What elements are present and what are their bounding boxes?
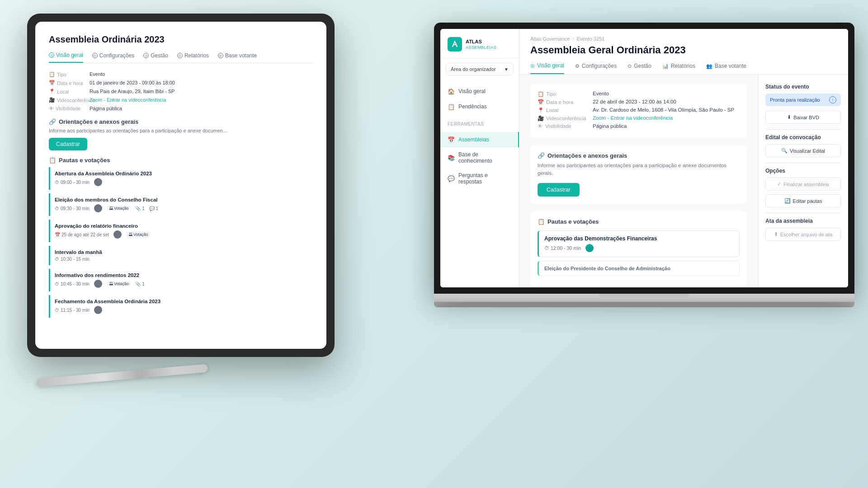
pauta-item-5: Fechamento da Assembleia Ordinária 2023 … xyxy=(49,295,313,318)
sidebar-item-base-conhecimento[interactable]: 📚 Base de conhecimento xyxy=(440,147,519,168)
pauta-1-links: 📎 1 xyxy=(135,206,144,211)
info-val-local: Av. Dr. Cardoso de Melo, 1608 - Vila Olí… xyxy=(593,107,740,113)
sidebar-item-perguntas[interactable]: 💬 Perguntas e respostas xyxy=(440,168,519,189)
tablet-tab-gestao[interactable]: ⊙ Gestão xyxy=(143,52,168,63)
tab-cfg-icon: ⚙ xyxy=(575,63,580,69)
sidebar-label-base: Base de conhecimento xyxy=(458,151,512,164)
pauta-3-title: Intervalo da manhã xyxy=(55,249,308,255)
editar-pautas-btn[interactable]: 🔄 Editar pautas xyxy=(765,194,841,207)
logo-text-block: ATLAS ASSEMBLEIAS xyxy=(466,39,497,49)
info-val-vis: Página pública xyxy=(593,123,740,129)
tablet-info-grid: 📋 Tipo Evento 📅 Data e hora 01 de janeir… xyxy=(49,71,313,111)
check-icon: ✓ xyxy=(777,181,781,187)
pauta-card-0: Aprovação das Demonstrações Financeiras … xyxy=(538,230,740,257)
tab-visao-geral[interactable]: ◎ Visão geral xyxy=(530,62,564,74)
tablet-tab-configuracoes[interactable]: ⊙ Configurações xyxy=(92,52,134,63)
refresh-icon: 🔄 xyxy=(784,198,791,204)
cadastrar-btn-tablet[interactable]: Cadastrar xyxy=(49,138,87,150)
status-badge: Pronta para realização i xyxy=(765,94,841,106)
opcoes-section-title: Opções xyxy=(765,168,841,174)
laptop-screen-wrapper: ATLAS ASSEMBLEIAS Área do organizador ▼ … xyxy=(434,23,854,294)
laptop: ATLAS ASSEMBLEIAS Área do organizador ▼ … xyxy=(434,23,854,348)
pauta-4-time: ⏱ 10:45 - 30 min xyxy=(55,282,90,286)
ferramentas-label: Ferramentas xyxy=(440,118,519,128)
gestao-icon: ⊙ xyxy=(143,53,149,58)
pauta-5-avatar xyxy=(94,306,102,314)
eye-key-icon: 👁 xyxy=(538,123,543,129)
tablet: Assembleia Ordinária 2023 ◎ Visão geral … xyxy=(27,14,344,366)
main-left: 📋 Tipo Evento 📅 Data e hora 22 xyxy=(519,75,758,287)
search-icon: 🔍 xyxy=(781,148,788,154)
pauta-2-votacao: 🗳 Votação xyxy=(126,232,151,237)
tablet-tab-visao-geral[interactable]: ◎ Visão geral xyxy=(49,52,83,63)
pendencias-icon: 📋 xyxy=(448,103,455,110)
escolher-ata-btn[interactable]: ⬆ Escolher arquivo de ata xyxy=(765,228,841,241)
pauta-4-links: 📎 1 xyxy=(135,282,144,286)
home-icon: 🏠 xyxy=(448,88,455,95)
pauta-1-meta: ⏱ 09:30 - 30 min 🗳 Votação 📎 1 💬 1 xyxy=(55,204,308,212)
logo-icon xyxy=(448,37,462,52)
tablet-frame: Assembleia Ordinária 2023 ◎ Visão geral … xyxy=(27,14,335,357)
info-val-video[interactable]: Zoom - Entrar na videoconferência xyxy=(593,115,740,122)
divider-3 xyxy=(765,213,841,213)
tablet-tab-base[interactable]: ⊙ Base votante xyxy=(218,52,257,63)
sidebar-label-pend: Pendências xyxy=(458,103,487,110)
cadastrar-btn[interactable]: Cadastrar xyxy=(538,183,580,197)
tab-gest-icon: ⊙ xyxy=(627,63,632,69)
pautas-section-icon: 📋 xyxy=(538,218,545,225)
pauta-card-0-time: ⏱ 12:00 - 30 min xyxy=(544,245,581,251)
stylus xyxy=(36,364,208,387)
info-key-data: 📅 Data e hora xyxy=(538,99,587,105)
tipo-icon: 📋 xyxy=(49,71,55,77)
tab-rel-icon: 📊 xyxy=(662,63,669,69)
info-val-tipo: Evento xyxy=(593,91,740,97)
finalizar-btn[interactable]: ✓ Finalizar assembleia xyxy=(765,178,841,191)
visualizar-edital-btn[interactable]: 🔍 Visualizar Edital xyxy=(765,144,841,157)
pauta-4-title: Informativo dos rendimentos 2022 xyxy=(55,272,308,278)
tab-base-votante[interactable]: 👥 Base votante xyxy=(706,62,746,74)
info-row-video: 🎥 Videoconferência Zoom - Entrar na vide… xyxy=(538,115,740,122)
pauta-4-avatar xyxy=(94,280,102,288)
info-key-tipo: 📋 Tipo xyxy=(538,91,587,97)
data-label: 📅 Data e hora xyxy=(49,80,85,86)
tab-configuracoes[interactable]: ⚙ Configurações xyxy=(575,62,617,74)
tablet-tabs: ◎ Visão geral ⊙ Configurações ⊙ Gestão ⊙… xyxy=(49,52,313,63)
chevron-down-icon: ▼ xyxy=(504,67,509,72)
pautas-section: 📋 Pautas e votações Aprovação das Demons… xyxy=(530,211,747,287)
pauta-0-meta: ⏱ 09:00 - 30 min xyxy=(55,178,308,186)
sidebar-label-qa: Perguntas e respostas xyxy=(458,172,512,185)
logo-text: ATLAS xyxy=(466,39,497,45)
video-link[interactable]: Zoom - Entrar na videoconferência xyxy=(90,97,313,103)
right-panel: Status do evento Pronta para realização … xyxy=(758,75,848,287)
orientacoes-section-icon: 🔗 xyxy=(538,152,545,159)
pauta-3-meta: ⏱ 10:30 - 15 min xyxy=(55,257,308,262)
pauta-5-title: Fechamento da Assembleia Ordinária 2023 xyxy=(55,299,308,304)
vis-value: Página pública xyxy=(90,106,313,111)
vis-label: 👁 Visibilidade xyxy=(49,106,85,111)
sidebar-item-pendencias[interactable]: 📋 Pendências xyxy=(440,99,519,114)
info-row-visibilidade: 👁 Visibilidade Página pública xyxy=(538,123,740,129)
tab-relatorios[interactable]: 📊 Relatórios xyxy=(662,62,695,74)
sidebar-label-assembleias: Assembleias xyxy=(458,136,489,143)
pauta-item-0: Abertura da Assembleia Ordinário 2023 ⏱ … xyxy=(49,167,313,190)
tablet-tab-relatorios[interactable]: ⊙ Relatórios xyxy=(177,52,209,63)
laptop-foot xyxy=(434,302,854,307)
visao-geral-icon: ◎ xyxy=(49,52,54,58)
tipo-value: Evento xyxy=(90,71,313,77)
orientacoes-desc: Informe aos participantes as orientações… xyxy=(49,128,313,133)
divider-1 xyxy=(765,129,841,130)
main-header: Atlas Governance / Evento 3251 Assemblei… xyxy=(519,29,848,75)
edital-section-title: Edital de convocação xyxy=(765,134,841,141)
pauta-1-votacao: 🗳 Votação xyxy=(107,206,131,211)
baixar-bvd-btn[interactable]: ⬇ Baixar BVD xyxy=(765,111,841,124)
sidebar-item-assembleias[interactable]: 📅 Assembleias xyxy=(440,132,519,147)
area-selector[interactable]: Área do organizador ▼ xyxy=(446,63,514,75)
atlas-logo-svg xyxy=(450,40,459,49)
info-row-data: 📅 Data e hora 22 de abril de 2023 - 12:0… xyxy=(538,99,740,105)
sidebar-item-visao-geral[interactable]: 🏠 Visão geral xyxy=(440,84,519,99)
pauta-card-1-title: Eleição do Presidente do Conselho de Adm… xyxy=(544,266,734,271)
pauta-0-time: ⏱ 09:00 - 30 min xyxy=(55,180,90,185)
info-circle-icon[interactable]: i xyxy=(829,96,836,103)
tab-gestao[interactable]: ⊙ Gestão xyxy=(627,62,651,74)
download-icon: ⬇ xyxy=(787,114,791,120)
